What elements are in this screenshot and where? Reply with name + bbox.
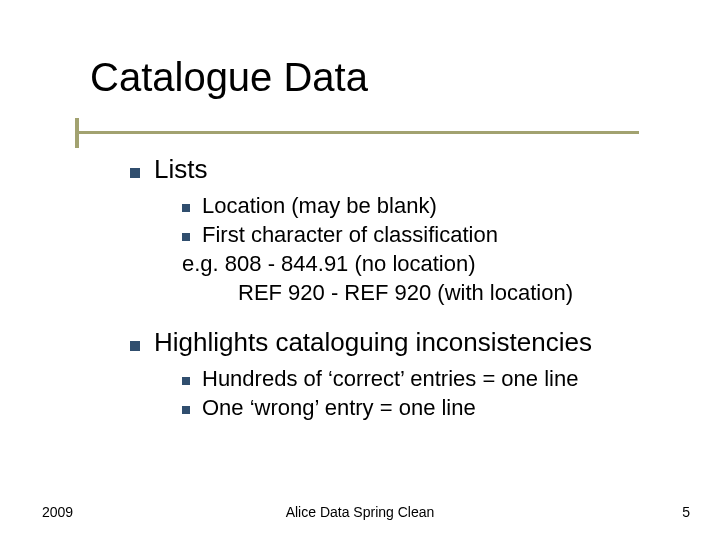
square-bullet-icon [182,406,190,414]
bullet-text: Hundreds of ‘correct’ entries = one line [202,366,578,392]
bullet-level1: Highlights cataloguing inconsistencies [130,327,690,358]
page-number: 5 [682,504,690,520]
slide-title: Catalogue Data [90,55,368,100]
example-line: REF 920 - REF 920 (with location) [182,280,690,306]
bullet-level1: Lists [130,154,690,185]
square-bullet-icon [182,233,190,241]
square-bullet-icon [182,204,190,212]
bullet-text: Location (may be blank) [202,193,437,219]
bullet-level2: First character of classification [182,222,690,248]
bullet-text: First character of classification [202,222,498,248]
footer-title: Alice Data Spring Clean [0,504,720,520]
bullet-text: One ‘wrong’ entry = one line [202,395,476,421]
accent-underline [79,131,639,134]
bullet-level2: One ‘wrong’ entry = one line [182,395,690,421]
slide-body: Lists Location (may be blank) First char… [130,150,690,424]
square-bullet-icon [182,377,190,385]
slide: Catalogue Data Lists Location (may be bl… [0,0,720,540]
square-bullet-icon [130,341,140,351]
square-bullet-icon [130,168,140,178]
bullet-text: Highlights cataloguing inconsistencies [154,327,592,358]
example-line: e.g. 808 - 844.91 (no location) [182,251,690,277]
bullet-text: Lists [154,154,207,185]
title-block: Catalogue Data [90,55,368,100]
bullet-level2: Location (may be blank) [182,193,690,219]
bullet-level2: Hundreds of ‘correct’ entries = one line [182,366,690,392]
